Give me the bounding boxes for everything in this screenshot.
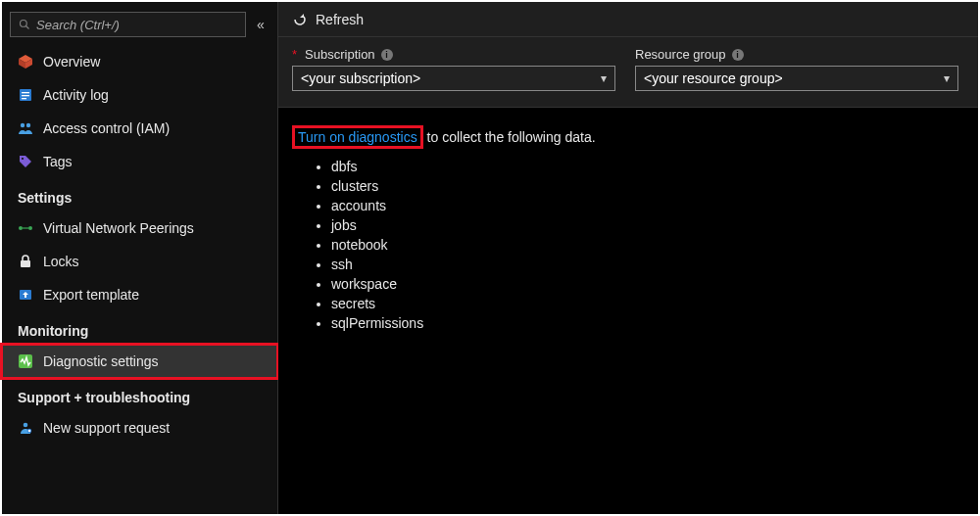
sidebar-item-label: Tags	[43, 154, 73, 169]
resourcegroup-dropdown[interactable]: <your resource group> ▾	[635, 66, 958, 91]
sidebar-heading-settings: Settings	[2, 178, 277, 211]
people-icon	[18, 120, 33, 136]
sidebar: Search (Ctrl+/) « Overview Activity log	[2, 2, 278, 514]
refresh-icon	[292, 12, 308, 27]
toolbar: Refresh	[278, 2, 978, 37]
required-star: *	[292, 47, 297, 62]
collapse-sidebar-button[interactable]: «	[252, 17, 270, 32]
sidebar-item-tags[interactable]: Tags	[2, 145, 277, 178]
list-item: jobs	[331, 215, 964, 235]
sidebar-item-label: Virtual Network Peerings	[43, 220, 194, 236]
sidebar-item-vnet-peerings[interactable]: Virtual Network Peerings	[2, 211, 277, 245]
turn-on-diagnostics-link[interactable]: Turn on diagnostics	[292, 125, 423, 149]
diagnostics-data-list: dbfs clusters accounts jobs notebook ssh…	[331, 157, 964, 333]
svg-point-19	[24, 423, 28, 428]
svg-line-1	[26, 26, 29, 29]
list-item: notebook	[331, 235, 964, 255]
peering-icon	[18, 220, 33, 236]
refresh-label: Refresh	[316, 12, 364, 27]
svg-point-10	[26, 123, 30, 127]
lock-icon	[18, 254, 33, 269]
list-item: sqlPermissions	[331, 313, 964, 333]
list-item: secrets	[331, 294, 964, 313]
filter-row: * Subscription i <your subscription> ▾ R…	[278, 37, 978, 108]
list-item: dbfs	[331, 157, 964, 176]
diagnostics-suffix: to collect the following data.	[423, 129, 596, 145]
sidebar-item-export-template[interactable]: Export template	[2, 278, 277, 311]
svg-rect-6	[22, 92, 29, 93]
main-panel: Refresh * Subscription i <your subscript…	[278, 2, 978, 514]
sidebar-item-label: Export template	[43, 287, 139, 303]
diagnostic-icon	[18, 353, 33, 369]
svg-rect-14	[23, 227, 28, 228]
cube-icon	[18, 54, 33, 70]
list-item: ssh	[331, 255, 964, 274]
svg-rect-15	[21, 260, 30, 267]
log-icon	[18, 87, 33, 103]
list-item: accounts	[331, 196, 964, 215]
subscription-dropdown[interactable]: <your subscription> ▾	[292, 66, 615, 91]
export-icon	[18, 287, 33, 303]
svg-rect-7	[22, 95, 29, 96]
svg-marker-23	[300, 14, 304, 18]
sidebar-item-diagnostic-settings[interactable]: Diagnostic settings	[2, 345, 277, 378]
search-input[interactable]: Search (Ctrl+/)	[10, 12, 246, 37]
svg-point-9	[21, 123, 24, 127]
list-item: workspace	[331, 274, 964, 294]
subscription-value: <your subscription>	[301, 70, 420, 86]
svg-rect-22	[28, 430, 30, 431]
sidebar-item-label: Access control (IAM)	[43, 120, 170, 136]
sidebar-item-label: New support request	[43, 420, 170, 436]
list-item: clusters	[331, 176, 964, 196]
diagnostics-prompt: Turn on diagnostics to collect the follo…	[292, 129, 964, 145]
svg-point-13	[28, 226, 32, 230]
chevron-down-icon: ▾	[944, 71, 950, 85]
chevron-down-icon: ▾	[601, 71, 607, 85]
info-icon[interactable]: i	[381, 49, 393, 61]
resourcegroup-value: <your resource group>	[644, 70, 783, 86]
sidebar-item-access-control[interactable]: Access control (IAM)	[2, 112, 277, 145]
sidebar-item-overview[interactable]: Overview	[2, 45, 277, 78]
svg-point-12	[19, 226, 23, 230]
sidebar-item-activity-log[interactable]: Activity log	[2, 78, 277, 112]
svg-rect-8	[22, 98, 26, 99]
refresh-button[interactable]: Refresh	[292, 12, 364, 27]
sidebar-item-label: Overview	[43, 54, 100, 70]
info-icon[interactable]: i	[732, 49, 744, 61]
sidebar-heading-monitoring: Monitoring	[2, 311, 277, 345]
svg-point-11	[22, 158, 24, 160]
search-icon	[19, 19, 30, 30]
sidebar-item-label: Diagnostic settings	[43, 353, 159, 369]
sidebar-item-label: Activity log	[43, 87, 109, 103]
tag-icon	[18, 154, 33, 169]
svg-point-0	[21, 21, 27, 27]
sidebar-item-new-support-request[interactable]: New support request	[2, 411, 277, 445]
subscription-label: * Subscription i	[292, 47, 615, 62]
sidebar-item-label: Locks	[43, 254, 79, 269]
content-area: Turn on diagnostics to collect the follo…	[278, 108, 978, 354]
search-placeholder: Search (Ctrl+/)	[36, 18, 120, 32]
resourcegroup-label: Resource group i	[635, 47, 958, 62]
support-icon	[18, 420, 33, 436]
sidebar-heading-support: Support + troubleshooting	[2, 378, 277, 411]
sidebar-item-locks[interactable]: Locks	[2, 245, 277, 278]
